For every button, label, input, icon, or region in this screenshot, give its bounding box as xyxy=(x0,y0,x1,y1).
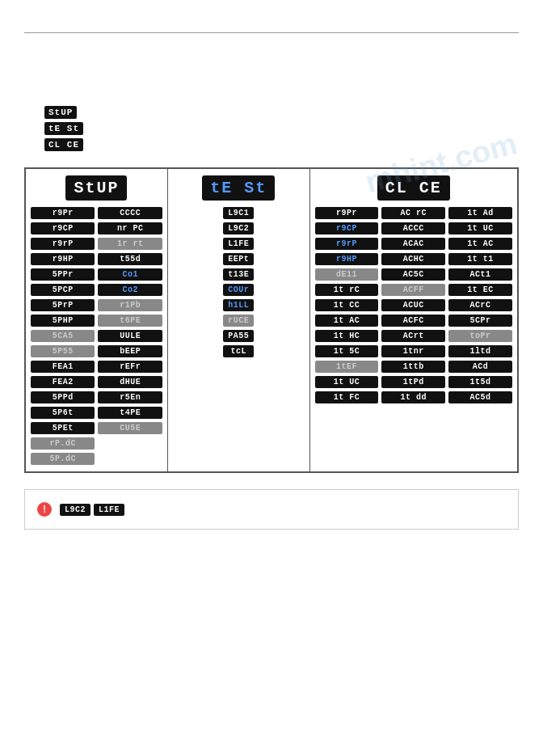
list-item: 1t t1 xyxy=(448,253,512,265)
col-setup: StUP r9Pr CCCC r9CP nr PC r9rP 1r rt r9H… xyxy=(26,169,168,471)
list-item: L9C1 xyxy=(223,207,254,219)
list-item: r9CP xyxy=(315,222,379,234)
list-item: 1t CC xyxy=(315,299,379,311)
col-test-items: L9C1 L9C2 L1FE EEPt t13E COUr h1LL rUCE … xyxy=(173,207,305,357)
col-test-header: tE St xyxy=(173,175,305,201)
small-labels-section: StUP tE St CL CE xyxy=(44,106,543,151)
list-item: L9C2 xyxy=(223,222,254,234)
list-item: FEA1 xyxy=(31,361,95,373)
list-item: AC5d xyxy=(448,391,512,403)
note-displays: L9C2 L1FE xyxy=(60,504,124,516)
list-item: 1tPd xyxy=(381,376,445,388)
list-item: L1FE xyxy=(223,238,254,250)
list-item: 5CA5 xyxy=(31,330,95,342)
list-item: ACFC xyxy=(381,315,445,327)
list-item: nr PC xyxy=(98,222,162,234)
list-item: ACUC xyxy=(381,299,445,311)
list-item: 5P.dC xyxy=(31,453,95,465)
list-item: rEFr xyxy=(98,361,162,373)
list-item: dE11 xyxy=(315,268,379,281)
list-item: ACFF xyxy=(381,284,445,296)
list-item: 1t UC xyxy=(315,376,379,388)
top-divider xyxy=(24,32,519,33)
list-item: 5CPr xyxy=(448,315,512,327)
list-item: 5PHP xyxy=(31,315,95,327)
list-item: rP.dC xyxy=(31,437,95,450)
list-item: 5PPd xyxy=(31,391,95,403)
col-clce-items: r9Pr AC rC 1t Ad r9CP ACCC 1t UC r9rP AC… xyxy=(315,207,512,403)
col-clce-header: CL CE xyxy=(315,175,512,201)
list-item: ACrC xyxy=(448,299,512,311)
list-item: dHUE xyxy=(98,376,162,388)
col-setup-items: r9Pr CCCC r9CP nr PC r9rP 1r rt r9HP t55… xyxy=(31,207,162,465)
list-item: 1t FC xyxy=(315,391,379,403)
list-item: 1t AC xyxy=(448,238,512,250)
list-item: 1t 5C xyxy=(315,345,379,357)
header-setup-display: StUP xyxy=(65,175,127,201)
list-item: toPr xyxy=(448,330,512,342)
small-label-clce: CL CE xyxy=(44,138,83,151)
list-item: AC5C xyxy=(381,268,445,281)
list-item: 5PEt xyxy=(31,422,95,434)
small-label-setup: StUP xyxy=(44,106,77,119)
list-item: r9Pr xyxy=(315,207,379,219)
list-item: 5PPr xyxy=(31,268,95,281)
note-icon: ! xyxy=(37,502,52,517)
list-item: ACCC xyxy=(381,222,445,234)
list-item: 1t UC xyxy=(448,222,512,234)
header-test-display: tE St xyxy=(202,175,275,201)
list-item: 5P55 xyxy=(31,345,95,357)
list-item: r1Pb xyxy=(98,299,162,311)
list-item: EEPt xyxy=(223,253,254,265)
list-item: PA55 xyxy=(223,330,254,342)
note-box: ! L9C2 L1FE xyxy=(24,489,519,530)
list-item: tcL xyxy=(223,345,254,357)
list-item: FEA2 xyxy=(31,376,95,388)
list-item: ACHC xyxy=(381,253,445,265)
list-item: 1t AC xyxy=(315,315,379,327)
list-item-co1: Co1 xyxy=(98,268,162,281)
list-item: rUCE xyxy=(223,315,254,327)
list-item: 5P6t xyxy=(31,407,95,419)
list-item: r9CP xyxy=(31,222,95,234)
list-item: UULE xyxy=(98,330,162,342)
list-item: r9Pr xyxy=(31,207,95,219)
list-item: 1t rC xyxy=(315,284,379,296)
list-item: 1t dd xyxy=(381,391,445,403)
list-item: ACAC xyxy=(381,238,445,250)
list-item: 1r rt xyxy=(98,238,162,250)
list-item: CU5E xyxy=(98,422,162,434)
list-item: r9HP xyxy=(31,253,95,265)
col-clce: CL CE r9Pr AC rC 1t Ad r9CP ACCC 1t UC r… xyxy=(310,169,517,471)
list-item: t6PE xyxy=(98,315,162,327)
list-item: 1t5d xyxy=(448,376,512,388)
list-item: r5En xyxy=(98,391,162,403)
list-item: 5PCP xyxy=(31,284,95,296)
list-item: 1ttb xyxy=(381,361,445,373)
note-display-1: L9C2 xyxy=(60,504,90,516)
list-item: t13E xyxy=(223,268,254,281)
list-item: 5PrP xyxy=(31,299,95,311)
list-item: r9rP xyxy=(315,238,379,250)
col-test: tE St L9C1 L9C2 L1FE EEPt t13E COUr h1LL… xyxy=(168,169,310,471)
list-item: r9rP xyxy=(31,238,95,250)
col-setup-header: StUP xyxy=(31,175,162,201)
list-item: 1t Ad xyxy=(448,207,512,219)
header-clce-display: CL CE xyxy=(377,175,450,201)
list-item: bEEP xyxy=(98,345,162,357)
list-item: ACrt xyxy=(381,330,445,342)
list-item: 1tEF xyxy=(315,361,379,373)
list-item: AC rC xyxy=(381,207,445,219)
list-item-co2: Co2 xyxy=(98,284,162,296)
list-item: 1tnr xyxy=(381,345,445,357)
small-label-test: tE St xyxy=(44,122,83,135)
list-item-hill: h1LL xyxy=(223,299,254,311)
note-display-2: L1FE xyxy=(94,504,124,516)
list-item: t55d xyxy=(98,253,162,265)
list-item: r9HP xyxy=(315,253,379,265)
list-item: 1t HC xyxy=(315,330,379,342)
list-item-cour: COUr xyxy=(223,284,254,296)
main-table: StUP r9Pr CCCC r9CP nr PC r9rP 1r rt r9H… xyxy=(24,167,519,473)
list-item: ACd xyxy=(448,361,512,373)
list-item: 1ltd xyxy=(448,345,512,357)
